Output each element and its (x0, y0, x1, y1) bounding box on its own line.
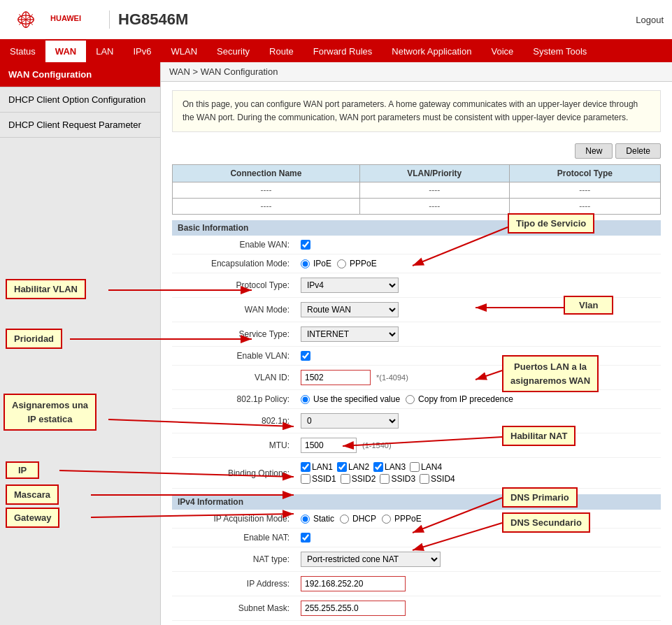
radio-static[interactable] (301, 515, 310, 524)
sidebar-item-wan-config[interactable]: WAN Configuration (0, 62, 160, 87)
label-enable-vlan: Enable VLAN: (172, 350, 298, 362)
nav-ipv6[interactable]: IPv6 (124, 41, 162, 62)
nav-network-application[interactable]: Network Application (382, 41, 481, 62)
radio-ipoe[interactable] (301, 259, 310, 268)
radio-dhcp-label[interactable]: DHCP (340, 514, 376, 524)
col-vlan-priority: VLAN/Priority (359, 165, 509, 182)
radio-pppoe[interactable] (337, 259, 346, 268)
vlan-id-input[interactable] (301, 370, 371, 385)
radio-specified-label[interactable]: Use the specified value (301, 394, 400, 404)
lan3-label[interactable]: LAN3 (373, 462, 406, 472)
label-enable-nat: Enable NAT: (172, 531, 298, 544)
device-title: HG8546M (109, 10, 188, 29)
col-connection-name: Connection Name (173, 165, 360, 182)
vlan-id-hint: *(1-4094) (376, 373, 408, 382)
enable-vlan-checkbox[interactable] (301, 351, 310, 361)
label-ip-acquisition: IP Acquisition Mode: (172, 512, 298, 525)
radio-copy[interactable] (406, 395, 415, 404)
row-mtu: MTU: (1-1540) (172, 433, 661, 458)
radio-pppoe-label[interactable]: PPPoE (337, 259, 377, 268)
label-enable-wan: Enable WAN: (172, 238, 298, 251)
service-type-select[interactable]: INTERNETTR069VOIPOTHER (301, 326, 399, 342)
lan1-checkbox[interactable] (301, 462, 310, 472)
lan2-checkbox[interactable] (337, 462, 347, 472)
lan4-checkbox[interactable] (410, 462, 420, 472)
lan3-checkbox[interactable] (373, 462, 383, 472)
huawei-logo (8, 6, 43, 34)
nav-lan[interactable]: LAN (86, 41, 123, 62)
sidebar-item-dhcp-option[interactable]: DHCP Client Option Configuration (0, 87, 160, 113)
mtu-hint: (1-1540) (362, 441, 392, 450)
table-toolbar: New Delete (161, 141, 672, 161)
label-vlan-id: VLAN ID: (172, 371, 298, 384)
row-binding: Binding Options: LAN1 LAN2 LAN3 LAN4 SSI… (172, 458, 661, 489)
nat-type-select[interactable]: Port-restricted cone NAT Full cone NAT A… (301, 552, 441, 567)
ssid1-checkbox[interactable] (301, 474, 310, 484)
new-button[interactable]: New (575, 143, 613, 159)
label-8021p: 802.1p: (172, 415, 298, 427)
enable-nat-checkbox[interactable] (301, 533, 310, 543)
row-service-type: Service Type: INTERNETTR069VOIPOTHER (172, 322, 661, 347)
ssid1-label[interactable]: SSID1 (301, 474, 336, 484)
config-table: Connection Name VLAN/Priority Protocol T… (172, 164, 661, 215)
radio-copy-label[interactable]: Copy from IP precedence (406, 394, 513, 404)
row-nat-type: NAT type: Port-restricted cone NAT Full … (172, 547, 661, 572)
value-enable-nat (298, 531, 661, 544)
8021p-select[interactable]: 0123 4567 (301, 413, 399, 429)
ip-address-input[interactable] (301, 576, 406, 591)
lan4-label[interactable]: LAN4 (410, 462, 442, 472)
radio-pppoe2-label[interactable]: PPPoE (382, 514, 422, 524)
nav-route[interactable]: Route (259, 41, 303, 62)
row-8021p: 802.1p: 0123 4567 (172, 409, 661, 433)
ssid2-checkbox[interactable] (341, 474, 350, 484)
value-enable-wan (298, 238, 661, 251)
nav-wan[interactable]: WAN (45, 41, 86, 62)
ssid4-label[interactable]: SSID4 (420, 474, 455, 484)
lan2-label[interactable]: LAN2 (337, 462, 369, 472)
wan-mode-select[interactable]: Route WANBridge WAN (301, 302, 399, 317)
page-outer: HUAWEI HG8546M Logout Status WAN LAN IPv… (0, 0, 672, 625)
value-binding: LAN1 LAN2 LAN3 LAN4 SSID1 SSID2 SSID3 SS… (298, 461, 661, 485)
nav-security[interactable]: Security (207, 41, 259, 62)
radio-static-label[interactable]: Static (301, 514, 334, 524)
ssid4-checkbox[interactable] (420, 474, 429, 484)
logo-area: HUAWEI (8, 6, 106, 34)
ann-prioridad: Prioridad (6, 329, 62, 349)
lan-checkboxes: LAN1 LAN2 LAN3 LAN4 (301, 462, 442, 472)
row-ip-address: IP Address: (172, 572, 661, 596)
mtu-input[interactable] (301, 438, 357, 453)
row-enable-wan: Enable WAN: (172, 236, 661, 254)
row-encapsulation: Encapsulation Mode: IPoE PPPoE (172, 254, 661, 273)
ssid3-label[interactable]: SSID3 (380, 474, 415, 484)
enable-wan-checkbox[interactable] (301, 240, 310, 250)
breadcrumb: WAN > WAN Configuration (161, 62, 672, 82)
radio-specified[interactable] (301, 395, 310, 404)
nav-wlan[interactable]: WLAN (162, 41, 208, 62)
label-protocol-type: Protocol Type: (172, 279, 298, 292)
label-nat-type: NAT type: (172, 553, 298, 566)
ssid2-label[interactable]: SSID2 (341, 474, 376, 484)
protocol-type-select[interactable]: IPv4IPv6IPv4/IPv6 (301, 278, 399, 293)
value-8021p: 0123 4567 (298, 412, 661, 430)
nav-voice[interactable]: Voice (481, 41, 523, 62)
nav-status[interactable]: Status (0, 41, 45, 62)
ann-puertos-lan: Puertos LAN a laasignaremos WAN (502, 355, 599, 392)
subnet-mask-input[interactable] (301, 601, 406, 616)
radio-ipoe-label[interactable]: IPoE (301, 259, 331, 268)
logout-button[interactable]: Logout (636, 15, 664, 25)
ssid3-checkbox[interactable] (380, 474, 389, 484)
radio-pppoe2[interactable] (382, 515, 391, 524)
ann-ip: IP (6, 461, 39, 479)
label-8021p-policy: 802.1p Policy: (172, 393, 298, 405)
delete-button[interactable]: Delete (615, 143, 661, 159)
radio-dhcp[interactable] (340, 515, 349, 524)
lan1-label[interactable]: LAN1 (301, 462, 333, 472)
ann-asignar-ip: Asignaremos unaIP estatica (3, 394, 96, 431)
nav-forward-rules[interactable]: Forward Rules (303, 41, 383, 62)
table-row-dash2: ---- ---- ---- (173, 199, 661, 215)
info-box: On this page, you can configure WAN port… (172, 90, 661, 132)
content-area: WAN > WAN Configuration On this page, yo… (161, 62, 672, 625)
ann-tipo-servicio: Tipo de Servicio (508, 213, 594, 234)
nav-system-tools[interactable]: System Tools (523, 41, 596, 62)
sidebar-item-dhcp-request[interactable]: DHCP Client Request Parameter (0, 113, 160, 138)
